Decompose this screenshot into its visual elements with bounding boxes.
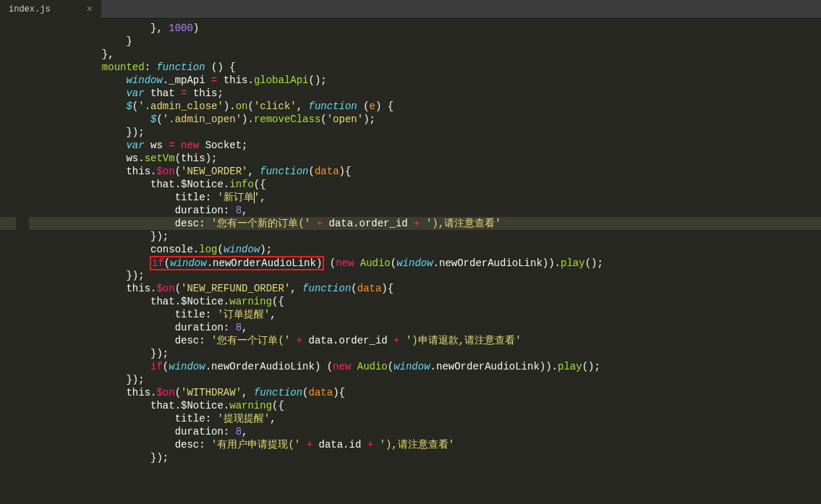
code-token: 8 xyxy=(236,322,242,333)
code-token: ) { xyxy=(375,101,394,112)
code-line[interactable]: if(window.newOrderAudioLink) (new Audio(… xyxy=(29,360,821,373)
code-token: () { xyxy=(205,61,236,73)
code-token: _mpApi xyxy=(169,74,205,86)
code-token: 8 xyxy=(236,205,242,216)
code-line[interactable]: if(window.newOrderAudioLink) (new Audio(… xyxy=(29,256,821,269)
code-token: .newOrderAudioLink) xyxy=(207,257,323,269)
code-line[interactable]: var that = this; xyxy=(29,87,821,100)
code-token: }); xyxy=(29,348,169,359)
code-token: , xyxy=(270,413,276,424)
code-line[interactable]: this.$on('NEW_REFUND_ORDER', function(da… xyxy=(29,282,821,295)
code-token: ); xyxy=(260,244,272,255)
code-line[interactable]: }); xyxy=(29,126,821,139)
code-line[interactable]: desc: '您有一个新的订单(' + data.order_id + '),请… xyxy=(29,217,821,230)
code-token: window xyxy=(170,257,206,269)
code-area[interactable]: }, 1000) } }, mounted: function () { win… xyxy=(25,19,821,504)
code-line[interactable]: $('.admin_close').on('click', function (… xyxy=(29,100,821,113)
code-token: ( xyxy=(175,166,181,177)
code-token: '订单提醒' xyxy=(217,309,270,320)
tab-index-js[interactable]: index.js × xyxy=(0,0,101,19)
code-token: }); xyxy=(29,231,169,242)
code-line[interactable]: duration: 8, xyxy=(29,204,821,217)
gutter-line xyxy=(0,412,16,425)
code-line[interactable]: title: '新订单', xyxy=(29,191,821,204)
code-line[interactable]: }, 1000) xyxy=(29,22,821,35)
code-token: (); xyxy=(582,361,600,372)
code-line[interactable]: }); xyxy=(29,269,821,282)
code-line[interactable]: console.log(window); xyxy=(29,243,821,256)
close-icon[interactable]: × xyxy=(87,4,93,15)
gutter-line xyxy=(0,178,16,191)
code-token: this xyxy=(193,87,218,99)
code-line[interactable]: this.$on('WITHDRAW', function(data){ xyxy=(29,386,821,399)
code-token: 'open' xyxy=(327,114,363,125)
code-token: ( xyxy=(388,361,394,372)
code-line[interactable]: mounted: function () { xyxy=(29,61,821,74)
code-line[interactable]: window._mpApi = this.globalApi(); xyxy=(29,74,821,87)
code-token: '),请注意查看' xyxy=(426,218,501,229)
gutter-line xyxy=(0,347,16,360)
code-token: ( xyxy=(175,283,181,294)
code-token: ( xyxy=(351,283,357,294)
code-token: title: xyxy=(29,192,217,203)
code-token: $on xyxy=(156,166,174,177)
code-token: log xyxy=(199,244,217,255)
code-token: ); xyxy=(205,153,218,164)
code-token: '),请注意查看' xyxy=(380,439,455,450)
code-token xyxy=(29,87,126,99)
code-line[interactable]: }); xyxy=(29,230,821,243)
code-token: ( xyxy=(357,101,370,112)
code-line[interactable]: } xyxy=(29,35,821,48)
code-line[interactable]: desc: '有用户申请提现(' + data.id + '),请注意查看' xyxy=(29,438,821,451)
code-line[interactable]: desc: '您有一个订单(' + data.order_id + ')申请退款… xyxy=(29,334,821,347)
code-token: , xyxy=(247,166,260,177)
editor[interactable]: }, 1000) } }, mounted: function () { win… xyxy=(0,19,821,504)
code-line[interactable]: that.$Notice.warning({ xyxy=(29,295,821,308)
code-token: (); xyxy=(309,74,327,86)
code-line[interactable]: }); xyxy=(29,347,821,360)
code-token: , xyxy=(242,426,247,437)
code-line[interactable]: that.$Notice.warning({ xyxy=(29,399,821,412)
line-numbers-gutter xyxy=(0,19,16,504)
code-token: '.admin_close' xyxy=(138,101,224,112)
code-line[interactable]: title: '订单提醒', xyxy=(29,308,821,321)
code-token xyxy=(351,361,357,372)
code-token: ws xyxy=(145,140,169,151)
code-token: + xyxy=(317,218,323,229)
code-line[interactable]: this.$on('NEW_ORDER', function(data){ xyxy=(29,165,821,178)
code-line[interactable]: }, xyxy=(29,48,821,61)
code-line[interactable]: that.$Notice.info({ xyxy=(29,178,821,191)
code-line[interactable]: }); xyxy=(29,451,821,464)
code-line[interactable]: var ws = new Socket; xyxy=(29,139,821,152)
gutter-line xyxy=(0,386,16,399)
code-token: function xyxy=(260,166,308,177)
code-token: desc: xyxy=(29,439,211,450)
code-token: function xyxy=(254,387,302,398)
gutter-line xyxy=(0,451,16,464)
code-token: on xyxy=(236,101,248,112)
gutter-line xyxy=(0,308,16,321)
code-token: . xyxy=(163,74,169,86)
gutter-line xyxy=(0,126,16,139)
code-token: .newOrderAudioLink)). xyxy=(433,257,561,269)
code-line[interactable]: $('.admin_open').removeClass('open'); xyxy=(29,113,821,126)
code-token: window xyxy=(169,361,205,372)
code-token: ){ xyxy=(381,283,394,294)
code-token: : xyxy=(145,61,150,73)
code-token: this xyxy=(126,387,150,398)
gutter-line xyxy=(0,269,16,282)
tab-bar: index.js × xyxy=(0,0,821,19)
code-line[interactable]: }); xyxy=(29,373,821,386)
gutter-line xyxy=(0,373,16,386)
code-line[interactable]: duration: 8, xyxy=(29,321,821,334)
code-token: ({ xyxy=(272,400,284,411)
code-token: data xyxy=(309,387,333,398)
code-line[interactable]: ws.setVm(this); xyxy=(29,152,821,165)
code-token: $on xyxy=(156,283,174,294)
code-line[interactable]: duration: 8, xyxy=(29,425,821,438)
code-line[interactable]: title: '提现提醒', xyxy=(29,412,821,425)
code-token: ')申请退款,请注意查看' xyxy=(406,335,522,346)
code-token: }, xyxy=(29,48,114,60)
code-token: + xyxy=(307,439,312,450)
code-token: console. xyxy=(29,244,199,255)
